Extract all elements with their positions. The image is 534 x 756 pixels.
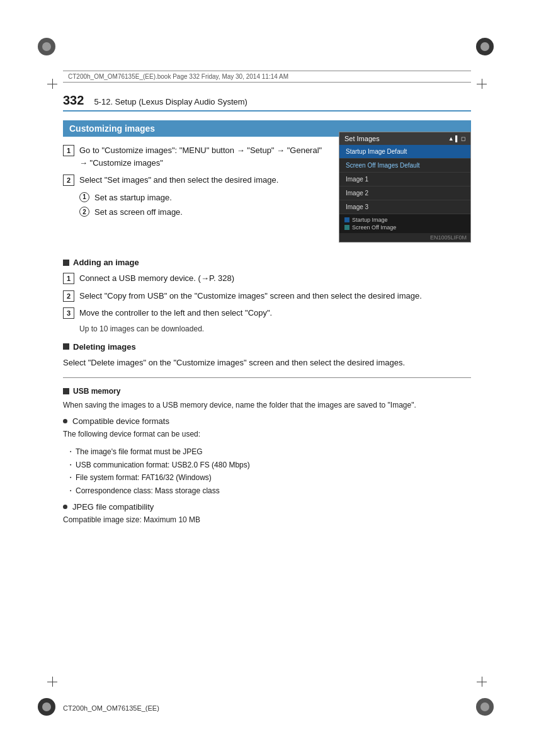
legend-item-screenoff: Screen Off Image	[344, 224, 465, 231]
compat-item-1: The image's file format must be JPEG	[76, 445, 471, 458]
compat-formats-intro: The following device format can be used:	[63, 428, 471, 440]
page-number: 332	[63, 93, 84, 108]
device-screenshot: Set Images ▲ ▌ ◻ Startup Image Default S…	[339, 132, 471, 243]
crosshair-bottom-right	[477, 677, 487, 687]
main-content: 332 5-12. Setup (Lexus Display Audio Sys…	[63, 93, 471, 680]
compat-item-2: USB communication format: USB2.0 FS (480…	[76, 459, 471, 471]
usb-compat-formats: Compatible device formats The following …	[63, 416, 471, 497]
adding-title: Adding an image	[73, 258, 139, 267]
adding-step-2: 2 Select "Copy from USB" on the "Customi…	[63, 290, 471, 302]
usb-jpeg-compat-header: JPEG file compatibility	[63, 502, 471, 512]
usb-section: USB memory When saving the images to a U…	[63, 387, 471, 526]
step-2-num: 2	[63, 175, 74, 186]
deleting-section-header: Deleting images	[63, 342, 471, 352]
usb-bullet	[63, 388, 69, 394]
step-1-num: 1	[63, 145, 74, 156]
crosshair-top-right	[477, 79, 487, 89]
jpeg-compat-text: Compatible image size: Maximum 10 MB	[63, 514, 471, 526]
adding-step-3-num: 3	[63, 307, 74, 319]
crosshair-top-left	[47, 79, 57, 89]
menu-item-image1[interactable]: Image 1	[339, 173, 470, 186]
deleting-title: Deleting images	[73, 342, 136, 352]
sub-step-1-num: 1	[79, 192, 89, 202]
usb-title: USB memory	[73, 387, 120, 396]
device-legend: Startup Image Screen Off Image	[339, 214, 470, 233]
corner-mark-br	[476, 698, 496, 718]
compat-bullet	[63, 419, 67, 423]
device-title-icons: ▲ ▌ ◻	[448, 135, 465, 142]
step-1-text: Go to "Customize images": "MENU" button …	[79, 144, 329, 169]
legend-label-screenoff: Screen Off Image	[352, 224, 396, 231]
step-2: 2 Select "Set images" and then select th…	[63, 174, 329, 186]
step-1: 1 Go to "Customize images": "MENU" butto…	[63, 144, 329, 169]
menu-item-screenoff-default[interactable]: Screen Off Images Default	[339, 159, 470, 173]
adding-step-2-num: 2	[63, 290, 74, 302]
adding-step-3: 3 Move the controller to the left and th…	[63, 307, 471, 319]
usb-intro: When saving the images to a USB memory d…	[63, 399, 471, 411]
corner-mark-bl	[38, 698, 58, 718]
jpeg-bullet	[63, 505, 67, 509]
sub-step-2: 2 Set as screen off image.	[79, 206, 329, 219]
legend-label-startup: Startup Image	[352, 217, 388, 223]
corner-mark-tr	[476, 38, 496, 58]
step-2-text: Select "Set images" and then select the …	[79, 174, 329, 186]
adding-section-header: Adding an image	[63, 258, 471, 267]
file-info-bar: CT200h_OM_OM76135E_(EE).book Page 332 Fr…	[63, 71, 471, 83]
deleting-bullet	[63, 343, 69, 350]
adding-step-1: 1 Connect a USB memory device. (→P. 328)	[63, 272, 471, 285]
legend-dot-startup	[344, 217, 349, 222]
jpeg-compat-title: JPEG file compatibility	[72, 502, 154, 512]
device-title: Set Images	[344, 135, 380, 142]
steps-and-screenshot: Set Images ▲ ▌ ◻ Startup Image Default S…	[63, 144, 471, 249]
page-title: 5-12. Setup (Lexus Display Audio System)	[94, 97, 247, 106]
device-title-bar: Set Images ▲ ▌ ◻	[339, 132, 470, 145]
compat-item-4: Correspondence class: Mass storage class	[76, 484, 471, 497]
section-divider	[63, 377, 471, 378]
corner-mark-tl	[38, 38, 58, 58]
screen-code: EN1005LIF0M	[339, 233, 470, 242]
compat-item-3: File system format: FAT16/32 (Windows)	[76, 471, 471, 484]
device-screen: Set Images ▲ ▌ ◻ Startup Image Default S…	[339, 132, 471, 243]
page-header: 332 5-12. Setup (Lexus Display Audio Sys…	[63, 93, 471, 112]
adding-step-1-text: Connect a USB memory device. (→P. 328)	[79, 272, 471, 285]
menu-item-image3[interactable]: Image 3	[339, 200, 470, 214]
compat-formats-title: Compatible device formats	[72, 416, 169, 426]
sub-step-1: 1 Set as startup image.	[79, 192, 329, 204]
deleting-text: Select "Delete images" on the "Customize…	[63, 357, 471, 369]
sub-step-2-num: 2	[79, 207, 89, 217]
usb-jpeg-compat: JPEG file compatibility Compatible image…	[63, 502, 471, 526]
adding-step-1-num: 1	[63, 273, 74, 284]
bottom-label: CT200h_OM_OM76135E_(EE)	[63, 704, 159, 712]
compat-formats-list: The image's file format must be JPEG USB…	[76, 445, 471, 497]
usb-compat-formats-header: Compatible device formats	[63, 416, 471, 426]
legend-dot-screenoff	[344, 225, 349, 230]
menu-item-image2[interactable]: Image 2	[339, 186, 470, 200]
adding-bullet	[63, 260, 69, 266]
adding-step-3-text: Move the controller to the left and then…	[79, 307, 471, 319]
menu-item-startup-default[interactable]: Startup Image Default	[339, 145, 470, 159]
sub-step-2-text: Set as screen off image.	[94, 206, 183, 219]
adding-step-2-text: Select "Copy from USB" on the "Customize…	[79, 290, 471, 302]
sub-step-1-text: Set as startup image.	[94, 192, 172, 204]
legend-item-startup: Startup Image	[344, 217, 465, 223]
adding-note: Up to 10 images can be downloaded.	[79, 324, 471, 333]
usb-header: USB memory	[63, 387, 471, 396]
crosshair-bottom-left	[47, 677, 57, 687]
